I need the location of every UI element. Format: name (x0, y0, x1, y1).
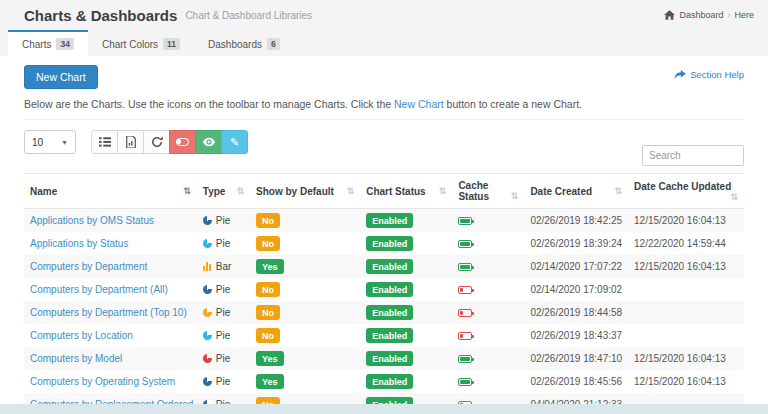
search-wrap (642, 145, 744, 166)
column-header[interactable]: Date Created ⇅ (524, 174, 628, 209)
page-size-value: 10 (32, 137, 43, 148)
table-body: Applications by OMS Status Pie No Enable… (24, 209, 744, 405)
sort-icon[interactable]: ⇅ (183, 186, 191, 196)
date-cache-updated-value: 12/15/2020 16:04:13 (634, 215, 726, 226)
chart-status-badge: Enabled (366, 213, 413, 228)
chart-type-label: Pie (216, 399, 230, 404)
table-row: Applications by Status Pie No Enabled 02… (24, 232, 744, 255)
page-subtitle: Chart & Dashboard Libraries (185, 10, 312, 21)
breadcrumb-separator: › (727, 10, 730, 20)
toggle-status-button[interactable] (169, 130, 196, 154)
search-input[interactable] (642, 145, 744, 166)
toolbar: 10 ▼ ✎ (24, 130, 744, 166)
table-row: Computers by Department (All) Pie No Ena… (24, 278, 744, 301)
sort-icon[interactable]: ⇅ (237, 186, 245, 196)
column-header[interactable]: Show by Default ⇅ (250, 174, 360, 209)
tab[interactable]: Chart Colors 11 (88, 30, 194, 56)
new-chart-inline-link[interactable]: New Chart (394, 98, 444, 110)
section-help-label: Section Help (690, 69, 744, 80)
table-row: Computers by Department (Top 10) Pie No … (24, 301, 744, 324)
chart-type-icon (203, 354, 212, 363)
chart-status-badge: Enabled (366, 328, 413, 343)
tab[interactable]: Charts 34 (8, 30, 88, 56)
cache-status-battery-icon (458, 332, 472, 340)
refresh-icon (151, 136, 163, 148)
chart-name-link[interactable]: Computers by Replacement Ordered (30, 399, 193, 404)
chart-name-link[interactable]: Computers by Model (30, 353, 122, 364)
top-bar: Charts & Dashboards Chart & Dashboard Li… (0, 0, 768, 30)
cache-status-battery-icon (458, 309, 472, 317)
sort-icon[interactable]: ⇅ (439, 186, 447, 196)
chart-name-link[interactable]: Applications by OMS Status (30, 215, 154, 226)
tab-count-badge: 34 (56, 38, 73, 50)
sort-icon[interactable]: ⇅ (615, 186, 623, 196)
date-cache-updated-value: 12/15/2020 16:04:13 (634, 261, 726, 272)
date-created-value: 02/26/2019 18:44:58 (530, 307, 622, 318)
date-cache-updated-value: 12/15/2020 16:04:13 (634, 353, 726, 364)
chart-type-icon (203, 377, 212, 386)
table-row: Computers by Replacement Ordered Pie No … (24, 393, 744, 404)
chart-status-badge: Enabled (366, 259, 413, 274)
date-created-value: 02/26/2019 18:42:25 (530, 215, 622, 226)
column-header[interactable]: Cache Status ⇅ (452, 174, 524, 209)
chart-type-icon (203, 262, 212, 271)
cache-status-battery-icon (458, 240, 472, 248)
chevron-down-icon: ▼ (61, 139, 68, 146)
list-view-button[interactable] (91, 130, 118, 154)
preview-button[interactable] (195, 130, 222, 154)
table-row: Computers by Model Pie Yes Enabled 02/26… (24, 347, 744, 370)
tab-label: Dashboards (208, 39, 262, 50)
show-by-default-badge: No (256, 282, 280, 297)
section-help-link[interactable]: Section Help (674, 69, 744, 80)
chart-name-link[interactable]: Computers by Department (Top 10) (30, 307, 187, 318)
cache-status-battery-icon (458, 378, 472, 386)
chart-name-link[interactable]: Applications by Status (30, 238, 128, 249)
chart-type-label: Pie (216, 353, 230, 364)
date-created-value: 02/26/2019 18:47:10 (530, 353, 622, 364)
cache-status-battery-icon (458, 401, 472, 404)
new-chart-button[interactable]: New Chart (24, 65, 98, 89)
chart-name-link[interactable]: Computers by Operating System (30, 376, 175, 387)
content-panel: New Chart Section Help Below are the Cha… (0, 56, 768, 404)
date-created-value: 02/26/2019 18:43:37 (530, 330, 622, 341)
sort-icon[interactable]: ⇅ (730, 192, 738, 202)
chart-type-icon (203, 216, 212, 225)
description-before: Below are the Charts. Use the icons on t… (24, 98, 394, 110)
table-row: Applications by OMS Status Pie No Enable… (24, 209, 744, 233)
column-header[interactable]: Name ⇅ (24, 174, 197, 209)
chart-type-label: Pie (216, 215, 230, 226)
show-by-default-badge: Yes (256, 351, 284, 366)
breadcrumb: Dashboard › Here (664, 10, 754, 20)
page-size-select[interactable]: 10 ▼ (24, 130, 76, 154)
sort-icon[interactable]: ⇅ (511, 191, 519, 201)
chart-status-badge: Enabled (366, 397, 413, 404)
breadcrumb-home[interactable]: Dashboard (679, 10, 723, 20)
column-header[interactable]: Date Cache Updated ⇅ (628, 174, 744, 209)
chart-type-label: Pie (216, 284, 230, 295)
export-report-button[interactable] (117, 130, 144, 154)
toolbar-left: 10 ▼ ✎ (24, 130, 248, 154)
file-export-icon (125, 136, 137, 148)
chart-type-label: Pie (216, 238, 230, 249)
divider (24, 119, 744, 120)
date-created-value: 04/04/2020 21:12:33 (530, 399, 622, 404)
chart-name-link[interactable]: Computers by Location (30, 330, 133, 341)
table-row: Computers by Location Pie No Enabled 02/… (24, 324, 744, 347)
column-header[interactable]: Chart Status ⇅ (360, 174, 452, 209)
share-arrow-icon (674, 70, 686, 80)
column-header[interactable]: Type ⇅ (197, 174, 250, 209)
cache-status-battery-icon (458, 263, 472, 271)
refresh-button[interactable] (143, 130, 170, 154)
page-title: Charts & Dashboards (24, 7, 177, 24)
column-header-label: Date Cache Updated (634, 181, 731, 192)
column-header-label: Name (30, 186, 57, 197)
date-created-value: 02/26/2019 18:45:56 (530, 376, 622, 387)
chart-name-link[interactable]: Computers by Department (All) (30, 284, 168, 295)
edit-button[interactable]: ✎ (221, 130, 248, 154)
chart-name-link[interactable]: Computers by Department (30, 261, 147, 272)
date-created-value: 02/26/2019 18:39:24 (530, 238, 622, 249)
tab[interactable]: Dashboards 6 (194, 30, 294, 56)
sort-icon[interactable]: ⇅ (347, 186, 355, 196)
chart-status-badge: Enabled (366, 351, 413, 366)
chart-type-label: Pie (216, 330, 230, 341)
